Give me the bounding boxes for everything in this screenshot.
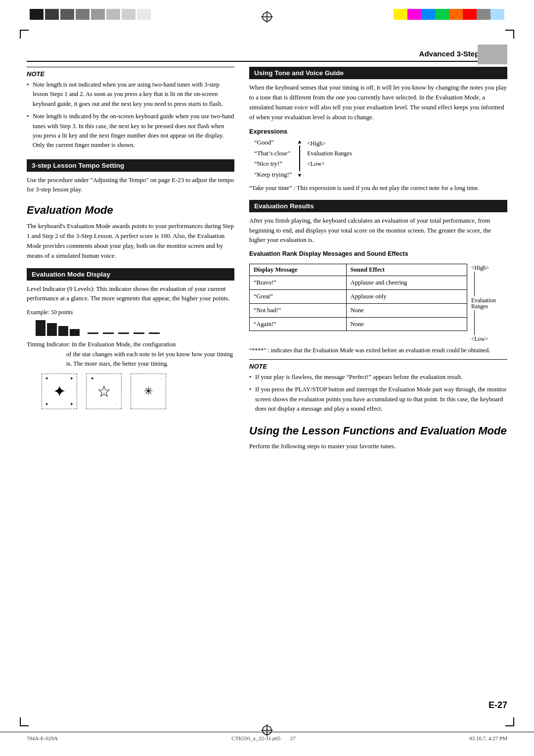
star-partial-icon: ☆ (97, 382, 111, 401)
top-color-swatches (394, 9, 504, 20)
table-cell-again-msg: “Again!” (250, 317, 347, 331)
corner-mark-tl (20, 30, 29, 39)
table-cell-bravo-msg: “Bravo!” (250, 276, 347, 290)
asterisk-note: “****” : indicates that the Evaluation M… (249, 346, 507, 355)
lesson-functions-intro: Perform the following steps to master yo… (249, 442, 507, 452)
star-sparse-icon: ✳ (144, 385, 153, 398)
example-label: Example: 50 points (27, 309, 234, 316)
timing-text-content: In the Evaluation Mode, the configuratio… (72, 341, 176, 348)
expr-high-label: <High> (307, 139, 352, 148)
expr-good: “Good” (254, 138, 292, 148)
expressions-list: “Good” “That’s close” “Nice try!” “Keep … (254, 138, 292, 181)
header-tab (478, 45, 507, 64)
eval-rank-heading: Evaluation Rank Display Messages and Sou… (249, 250, 507, 257)
top-gray-swatches (30, 9, 151, 20)
eval-mode-display-header: Evaluation Mode Display (27, 268, 234, 281)
right-column: Using Tone and Voice Guide When the keyb… (249, 67, 507, 457)
level-indicator-graphic (36, 320, 234, 336)
tempo-setting-content: Use the procedure under "Adjusting the T… (27, 176, 234, 195)
level-dash-2 (103, 332, 114, 334)
rank-arrow-right: <High> Evaluation Ranges <Low> (471, 260, 507, 342)
page-header: Advanced 3-Step Lesson (27, 49, 507, 62)
level-bar-3 (58, 326, 68, 336)
table-row-bravo: “Bravo!” Applause and cheering (250, 276, 467, 290)
bottom-crosshair (261, 724, 273, 738)
table-cell-bravo-sound: Applause and cheering (346, 276, 467, 290)
page-content: Advanced 3-Step Lesson NOTE Note length … (0, 49, 534, 716)
eval-results-header: Evaluation Results (249, 200, 507, 212)
expr-thats-close: “That’s close” (254, 148, 292, 159)
two-column-layout: NOTE Note length is not indicated when y… (27, 67, 507, 457)
level-dash-5 (149, 332, 160, 334)
note-right-bullet-2: If you press the PLAY/STOP button and in… (249, 385, 507, 414)
timing-indicator-label: Timing Indicator: In the Evaluation Mode… (27, 340, 234, 349)
rank-arrow-line (474, 272, 475, 296)
note-title-right: NOTE (249, 363, 507, 370)
rank-arrow-line-2 (474, 310, 475, 335)
expr-keep-trying: “Keep trying!” (254, 170, 292, 181)
star-dot-sm2: · (116, 401, 117, 406)
note-content-right: If your play is flawless, the message “P… (249, 373, 507, 414)
expr-nice-try: “Nice try!” (254, 159, 292, 170)
level-bar-1 (36, 320, 45, 336)
star-dot-tr: ✦ (70, 376, 74, 381)
tempo-setting-header: 3-step Lesson Tempo Setting (27, 159, 234, 172)
expressions-labels: <High> Evaluation Ranges <Low> (307, 138, 352, 169)
page-number: E-27 (489, 700, 507, 710)
eval-mode-display-content: Level Indicator (9 Levels): This indicat… (27, 284, 234, 304)
table-cell-again-sound: None (346, 317, 467, 331)
left-column: NOTE Note length is not indicated when y… (27, 67, 234, 457)
timing-indent-text: of the star changes with each note to le… (27, 350, 234, 369)
expressions-heading: Expressions (249, 128, 507, 135)
star-dot-tl: ✦ (45, 376, 49, 381)
star-box-sparse: ✳ · (131, 374, 166, 409)
arrow-bottom: ▼ (297, 172, 302, 178)
star-dot-sm: ✦ (90, 376, 94, 381)
note-box-right: NOTE If your play is flawless, the messa… (249, 359, 507, 414)
level-bar-2 (47, 323, 57, 336)
note-right-bullet-1: If your play is flawless, the message “P… (249, 373, 507, 382)
note-bullet-2: Note length is indicated by the on-scree… (27, 112, 234, 150)
eval-mode-heading: Evaluation Mode (27, 204, 234, 217)
footer-page-num: 27 (290, 735, 296, 741)
timing-label: Timing Indicator: (27, 341, 70, 348)
table-cell-notbad-sound: None (346, 303, 467, 317)
note-title-left: NOTE (27, 70, 234, 78)
footer-doc-id: 704A-E-029A (27, 735, 58, 741)
corner-mark-br (505, 717, 514, 726)
page-number-text: E-27 (489, 700, 507, 710)
rank-high-label: <High> (471, 265, 489, 271)
star-box-partial: ☆ ✦ · (86, 374, 122, 409)
table-row-again: “Again!” None (250, 317, 467, 331)
expr-take-your-time: “Take your time” (249, 185, 292, 191)
note-box-left: NOTE Note length is not indicated when y… (27, 67, 234, 150)
tone-voice-content: When the keyboard senses that your timin… (249, 83, 507, 123)
star-full-icon: ✦ (53, 382, 66, 401)
rank-range-label: Evaluation Ranges (471, 297, 507, 309)
corner-mark-bl (20, 717, 29, 726)
note-content-left: Note length is not indicated when you ar… (27, 80, 234, 150)
table-cell-notbad-msg: “Not bad!” (250, 303, 347, 317)
table-cell-great-sound: Applause only (346, 290, 467, 304)
expr-range-label: Evaluation Ranges (307, 148, 352, 158)
level-dash-3 (118, 332, 129, 334)
star-dot-bl: ✦ (45, 402, 49, 407)
star-box-full: ✦ ✦ ✦ ✦ ✦ (42, 374, 77, 409)
take-your-time-note: “Take your time” : This expression is us… (249, 184, 507, 193)
top-crosshair (261, 11, 273, 25)
star-dot-br: ✦ (70, 402, 74, 407)
table-cell-great-msg: “Great” (250, 290, 347, 304)
tone-voice-header: Using Tone and Voice Guide (249, 67, 507, 79)
rank-low-label: <Low> (471, 336, 488, 342)
level-dash-1 (88, 332, 98, 334)
star-sparse-dot: · (161, 377, 162, 381)
level-bar-4 (70, 329, 80, 336)
expressions-arrow: ▲ ▼ (297, 139, 302, 178)
level-dash-4 (134, 332, 144, 334)
expressions-layout: “Good” “That’s close” “Nice try!” “Keep … (254, 138, 507, 181)
table-row-notbad: “Not bad!” None (250, 303, 467, 317)
table-header-sound: Sound Effect (346, 264, 467, 276)
table-header-display: Display Message (250, 264, 347, 276)
arrow-line (299, 145, 300, 171)
eval-mode-intro: The keyboard's Evaluation Mode awards po… (27, 222, 234, 261)
